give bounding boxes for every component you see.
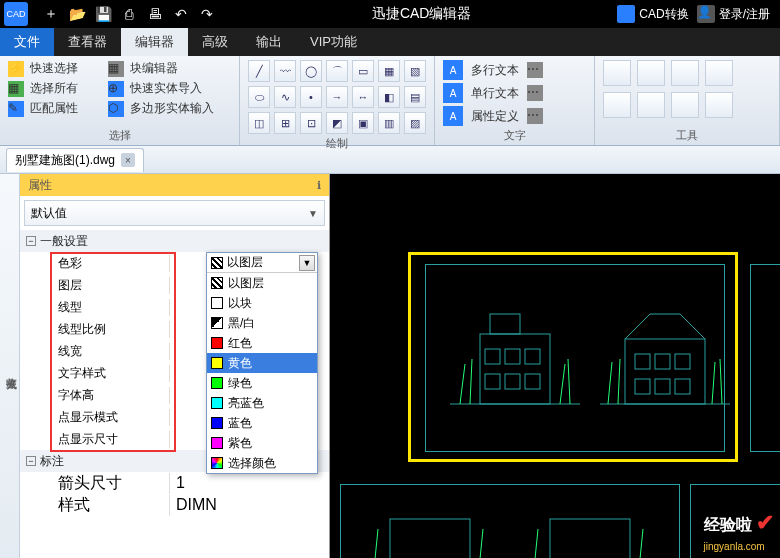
color-option-green[interactable]: 绿色 <box>207 373 317 393</box>
more-icon-2[interactable]: ⋯ <box>527 85 543 101</box>
tool-5[interactable] <box>603 92 631 118</box>
quick-select-button[interactable]: 快速选择 <box>30 60 78 77</box>
default-dropdown[interactable]: 默认值 ▼ <box>24 200 325 226</box>
save-icon[interactable]: 💾 <box>92 3 114 25</box>
svg-rect-0 <box>480 334 550 404</box>
tab-output[interactable]: 输出 <box>242 28 296 56</box>
draw-tool-table[interactable]: ▤ <box>404 86 426 108</box>
draw-tool-7[interactable]: ▨ <box>404 112 426 134</box>
swatch-green-icon <box>211 377 223 389</box>
draw-tool-circle[interactable]: ◯ <box>300 60 322 82</box>
draw-tool-spline[interactable]: ∿ <box>274 86 296 108</box>
undo-icon[interactable]: ↶ <box>170 3 192 25</box>
draw-tool-ray[interactable]: → <box>326 86 348 108</box>
draw-tool-4[interactable]: ◩ <box>326 112 348 134</box>
more-icon[interactable]: ⋯ <box>527 62 543 78</box>
svg-rect-15 <box>655 354 670 369</box>
color-option-label: 以块 <box>228 295 252 312</box>
tab-viewer[interactable]: 查看器 <box>54 28 121 56</box>
drawing-canvas[interactable]: 经验啦 ✔ jingyanla.com <box>330 174 780 558</box>
color-option-byblock[interactable]: 以块 <box>207 293 317 313</box>
draw-tool-polyline[interactable]: 〰 <box>274 60 296 82</box>
poly-input-button[interactable]: 多边形实体输入 <box>130 100 214 117</box>
draw-tool-region[interactable]: ◧ <box>378 86 400 108</box>
tool-8[interactable] <box>705 92 733 118</box>
draw-tool-5[interactable]: ▣ <box>352 112 374 134</box>
svg-line-22 <box>618 359 620 404</box>
group-label-draw: 绘制 <box>248 134 426 151</box>
close-icon[interactable]: × <box>121 153 135 167</box>
prop-style-value[interactable]: DIMN <box>170 496 329 514</box>
match-prop-icon: ✎ <box>8 101 24 117</box>
titlebar: CAD ＋ 📂 💾 ⎙ 🖶 ↶ ↷ 迅捷CAD编辑器 CAD转换 👤 登录/注册 <box>0 0 780 28</box>
draw-tool-rect[interactable]: ▭ <box>352 60 374 82</box>
color-option-choose[interactable]: 选择颜色 <box>207 453 317 473</box>
draw-tool-2[interactable]: ⊞ <box>274 112 296 134</box>
draw-tool-ellipse[interactable]: ⬭ <box>248 86 270 108</box>
tool-1[interactable] <box>603 60 631 86</box>
tool-3[interactable] <box>671 60 699 86</box>
pdf-icon[interactable]: ⎙ <box>118 3 140 25</box>
draw-tool-1[interactable]: ◫ <box>248 112 270 134</box>
cad-convert-button[interactable]: CAD转换 <box>617 5 688 23</box>
redo-icon[interactable]: ↷ <box>196 3 218 25</box>
color-option-magenta[interactable]: 紫色 <box>207 433 317 453</box>
watermark-text: 经验啦 <box>704 516 752 533</box>
tool-4[interactable] <box>705 60 733 86</box>
tool-6[interactable] <box>637 92 665 118</box>
draw-tools-grid: ╱ 〰 ◯ ⌒ ▭ ▦ ▧ ⬭ ∿ • → ↔ ◧ ▤ ◫ ⊞ ⊡ ◩ ▣ ▥ … <box>248 60 426 134</box>
prop-arrowsize-value[interactable]: 1 <box>170 474 329 492</box>
file-tab[interactable]: 别墅建施图(1).dwg × <box>6 148 144 172</box>
attr-icon: A <box>443 106 463 126</box>
print-icon[interactable]: 🖶 <box>144 3 166 25</box>
draw-tool-3[interactable]: ⊡ <box>300 112 322 134</box>
svg-line-21 <box>608 362 612 404</box>
group-label-tools: 工具 <box>603 126 771 143</box>
tool-7[interactable] <box>671 92 699 118</box>
svg-line-10 <box>470 359 472 404</box>
svg-rect-4 <box>525 349 540 364</box>
section-general[interactable]: − 一般设置 <box>20 230 329 252</box>
color-option-bylayer[interactable]: 以图层 <box>207 273 317 293</box>
color-option-yellow[interactable]: 黄色 <box>207 353 317 373</box>
attr-button[interactable]: 属性定义 <box>471 108 519 125</box>
stext-button[interactable]: 单行文本 <box>471 85 519 102</box>
draw-tool-6[interactable]: ▥ <box>378 112 400 134</box>
select-all-icon: ▦ <box>8 81 24 97</box>
draw-tool-hatch[interactable]: ▧ <box>404 60 426 82</box>
collapse-icon[interactable]: − <box>26 456 36 466</box>
color-option-red[interactable]: 红色 <box>207 333 317 353</box>
tab-file[interactable]: 文件 <box>0 28 54 56</box>
draw-tool-insert[interactable]: ▦ <box>378 60 400 82</box>
favorites-tab[interactable]: 收藏夹 <box>0 174 20 558</box>
collapse-icon[interactable]: − <box>26 236 36 246</box>
watermark-sub: jingyanla.com <box>704 541 765 552</box>
more-icon-3[interactable]: ⋯ <box>527 108 543 124</box>
tab-editor[interactable]: 编辑器 <box>121 28 188 56</box>
color-option-blue[interactable]: 蓝色 <box>207 413 317 433</box>
ribbon-group-select: ⚡快速选择▦块编辑器 ▦选择所有⊕快速实体导入 ✎匹配属性⬡多边形实体输入 选择 <box>0 56 240 145</box>
prop-pointstyle-label: 点显示模式 <box>20 409 170 426</box>
quick-import-button[interactable]: 快速实体导入 <box>130 80 202 97</box>
select-all-button[interactable]: 选择所有 <box>30 80 78 97</box>
mtext-button[interactable]: 多行文本 <box>471 62 519 79</box>
draw-tool-line[interactable]: ╱ <box>248 60 270 82</box>
block-editor-button[interactable]: 块编辑器 <box>130 60 178 77</box>
color-option-bw[interactable]: 黑/白 <box>207 313 317 333</box>
draw-tool-point[interactable]: • <box>300 86 322 108</box>
color-option-cyan[interactable]: 亮蓝色 <box>207 393 317 413</box>
elevation-drawing-3 <box>370 514 490 558</box>
draw-tool-xline[interactable]: ↔ <box>352 86 374 108</box>
tab-advanced[interactable]: 高级 <box>188 28 242 56</box>
color-dropdown[interactable]: 以图层 ▼ 以图层以块黑/白红色黄色绿色亮蓝色蓝色紫色选择颜色 <box>206 252 318 474</box>
match-prop-button[interactable]: 匹配属性 <box>30 100 78 117</box>
login-button[interactable]: 👤 登录/注册 <box>697 5 770 23</box>
chevron-down-icon[interactable]: ▼ <box>299 255 315 271</box>
tab-vip[interactable]: VIP功能 <box>296 28 371 56</box>
color-selected-display[interactable]: 以图层 ▼ <box>207 253 317 273</box>
pin-icon[interactable]: ℹ <box>317 179 321 192</box>
draw-tool-arc[interactable]: ⌒ <box>326 60 348 82</box>
tool-2[interactable] <box>637 60 665 86</box>
open-icon[interactable]: 📂 <box>66 3 88 25</box>
new-icon[interactable]: ＋ <box>40 3 62 25</box>
